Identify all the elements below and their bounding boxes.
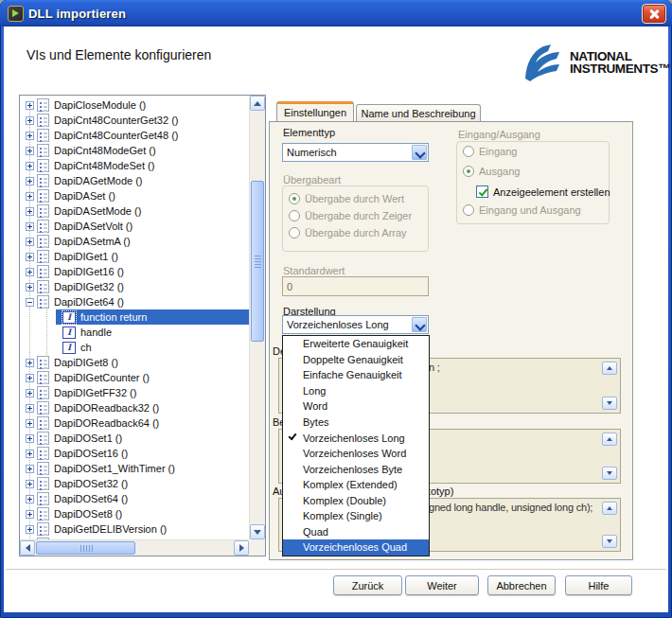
dropdown-item[interactable]: Komplex (Double) xyxy=(283,492,429,508)
tree-item[interactable]: DapiDIGet32 () xyxy=(20,279,249,294)
expand-icon[interactable] xyxy=(26,419,34,428)
dropdown-item[interactable]: Erweiterte Genauigkeit xyxy=(283,336,429,352)
tree-item[interactable]: DapiDOSet16 () xyxy=(20,446,249,461)
scroll-left-button[interactable] xyxy=(20,540,35,556)
tree-item[interactable]: DapiDASetmA () xyxy=(20,234,249,249)
expand-icon[interactable] xyxy=(26,207,34,216)
expand-icon[interactable] xyxy=(26,101,34,110)
expand-icon[interactable] xyxy=(26,510,34,519)
tree-item[interactable]: DapiDIGet16 () xyxy=(20,264,249,279)
expand-icon[interactable] xyxy=(26,283,34,291)
collapse-icon[interactable] xyxy=(26,298,34,307)
chevron-down-icon[interactable] xyxy=(412,317,427,332)
scroll-up-button[interactable] xyxy=(250,96,265,111)
tree-item[interactable]: DapiDOReadback64 () xyxy=(20,415,249,431)
tab-name-und-beschreibung[interactable]: Name und Beschreibung xyxy=(356,104,481,121)
expand-icon[interactable] xyxy=(26,177,34,185)
expand-icon[interactable] xyxy=(26,480,34,488)
tree-item[interactable]: DapiDIGet8 () xyxy=(20,355,249,370)
scroll-down-button[interactable] xyxy=(250,524,265,539)
expand-icon[interactable] xyxy=(26,222,34,231)
tree-item[interactable]: DapiDOSet1 () xyxy=(20,431,249,446)
tree-item[interactable]: DapiDAGetMode () xyxy=(20,173,249,188)
chevron-down-icon[interactable] xyxy=(412,145,427,160)
tree-item[interactable]: DapiCnt48CounterGet48 () xyxy=(20,128,249,143)
tree-item[interactable]: DapiDIGet1 () xyxy=(20,249,249,264)
eingang-ausgang-group: Eingang Ausgang Anzeigeelement erstellen… xyxy=(456,141,610,224)
tree-item[interactable]: DapiDASetMode () xyxy=(20,203,249,219)
next-button[interactable]: Weiter xyxy=(405,575,479,595)
back-button[interactable]: Zurück xyxy=(333,575,402,595)
tree-item[interactable]: DapiDIGetCounter () xyxy=(20,370,249,385)
dropdown-item[interactable]: Komplex (Extended) xyxy=(283,477,429,493)
checkbox-anzeigeelement[interactable]: Anzeigeelement erstellen xyxy=(476,185,610,198)
tree-item[interactable]: DapiCnt48CounterGet32 () xyxy=(20,113,249,128)
dropdown-item[interactable]: Doppelte Genauigkeit xyxy=(283,352,429,368)
tree-item[interactable]: DapiCnt48ModeGet () xyxy=(20,143,249,158)
cancel-button[interactable]: Abbrechen xyxy=(487,575,556,595)
scroll-down-button[interactable] xyxy=(602,467,617,480)
expand-icon[interactable] xyxy=(26,434,34,443)
scroll-up-button[interactable] xyxy=(602,362,617,375)
dropdown-item[interactable]: Quad xyxy=(283,524,429,540)
expand-icon[interactable] xyxy=(26,253,34,261)
tree-item[interactable]: DapiDASet () xyxy=(20,188,249,203)
scroll-up-button[interactable] xyxy=(602,433,617,446)
tree-item[interactable]: DapiDOSet8 () xyxy=(20,506,249,521)
expand-icon[interactable] xyxy=(26,147,34,155)
vertical-scroll-thumb[interactable] xyxy=(251,181,264,342)
expand-icon[interactable] xyxy=(26,192,34,201)
tree-item[interactable]: DapiDOReadback32 () xyxy=(20,400,249,415)
expand-icon[interactable] xyxy=(26,268,34,276)
close-button[interactable] xyxy=(642,4,666,24)
title-bar[interactable]: DLL importieren xyxy=(0,0,672,26)
expand-icon[interactable] xyxy=(26,389,34,397)
function-tree[interactable]: DapiCloseModule () DapiCnt48CounterGet32… xyxy=(19,95,266,556)
scroll-right-button[interactable] xyxy=(234,540,249,556)
tree-item[interactable]: DapiGetDELIBVersion () xyxy=(20,521,249,537)
expand-icon[interactable] xyxy=(26,465,34,473)
elementtyp-combobox[interactable]: Numerisch xyxy=(282,143,429,162)
tree-item[interactable]: DapiCloseModule () xyxy=(20,97,249,113)
darstellung-combobox[interactable]: Vorzeichenloses Long xyxy=(282,315,429,334)
tree-horizontal-scrollbar[interactable] xyxy=(20,539,249,556)
scroll-down-button[interactable] xyxy=(602,535,617,548)
function-icon xyxy=(37,129,49,142)
tree-item[interactable]: DapiDASetVolt () xyxy=(20,219,249,234)
tree-item[interactable]: DapiDOSet32 () xyxy=(20,476,249,491)
dropdown-item-highlighted[interactable]: Vorzeichenloses Quad xyxy=(283,539,429,556)
dropdown-item[interactable]: Word xyxy=(283,398,429,415)
expand-icon[interactable] xyxy=(26,132,34,140)
checkbox-icon[interactable] xyxy=(476,185,488,198)
dropdown-item[interactable]: Long xyxy=(283,383,429,399)
tree-item[interactable]: DapiDOSet1_WithTimer () xyxy=(20,461,249,476)
expand-icon[interactable] xyxy=(26,525,34,534)
expand-icon[interactable] xyxy=(26,162,34,170)
tree-vertical-scrollbar[interactable] xyxy=(249,96,265,539)
expand-icon[interactable] xyxy=(26,116,34,125)
tree-item[interactable]: Ich xyxy=(20,340,249,355)
dropdown-item-checked[interactable]: Vorzeichenloses Long xyxy=(283,430,429,446)
tab-einstellungen[interactable]: Einstellungen xyxy=(276,101,354,121)
dropdown-item[interactable]: Komplex (Single) xyxy=(283,508,429,524)
expand-icon[interactable] xyxy=(26,495,34,503)
tree-item[interactable]: DapiDOSet64 () xyxy=(20,491,249,506)
expand-icon[interactable] xyxy=(26,404,34,413)
tree-item[interactable]: DapiCnt48ModeSet () xyxy=(20,158,249,173)
horizontal-scroll-thumb[interactable] xyxy=(36,541,135,555)
tree-item-selected[interactable]: Ifunction return xyxy=(20,309,249,325)
dropdown-item[interactable]: Vorzeichenloses Byte xyxy=(283,461,429,477)
expand-icon[interactable] xyxy=(26,374,34,382)
scroll-down-button[interactable] xyxy=(602,397,617,410)
scroll-up-button[interactable] xyxy=(602,502,617,515)
tree-item[interactable]: Ihandle xyxy=(20,325,249,340)
dropdown-item[interactable]: Vorzeichenloses Word xyxy=(283,446,429,462)
expand-icon[interactable] xyxy=(26,238,34,246)
expand-icon[interactable] xyxy=(26,359,34,367)
tree-item-expanded[interactable]: DapiDIGet64 () xyxy=(20,294,249,309)
dropdown-item[interactable]: Einfache Genauigkeit xyxy=(283,367,429,383)
dropdown-item[interactable]: Bytes xyxy=(283,415,429,431)
expand-icon[interactable] xyxy=(26,450,34,458)
help-button[interactable]: Hilfe xyxy=(565,575,632,595)
tree-item[interactable]: DapiDIGetFF32 () xyxy=(20,385,249,400)
